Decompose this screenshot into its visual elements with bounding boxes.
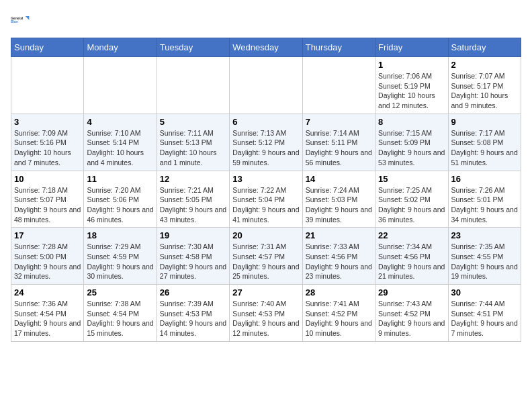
calendar-cell: 29Sunrise: 7:43 AM Sunset: 4:52 PM Dayli… <box>375 285 448 342</box>
day-info: Sunrise: 7:36 AM Sunset: 4:54 PM Dayligh… <box>14 299 81 338</box>
calendar-cell: 23Sunrise: 7:35 AM Sunset: 4:55 PM Dayli… <box>448 228 521 285</box>
day-info: Sunrise: 7:41 AM Sunset: 4:52 PM Dayligh… <box>306 299 372 338</box>
calendar-cell: 6Sunrise: 7:13 AM Sunset: 5:12 PM Daylig… <box>230 113 302 171</box>
day-number: 26 <box>160 287 226 298</box>
calendar-cell: 18Sunrise: 7:29 AM Sunset: 4:59 PM Dayli… <box>84 228 157 285</box>
day-number: 10 <box>14 174 81 184</box>
page-header: GeneralBlue <box>11 11 521 30</box>
calendar-cell: 8Sunrise: 7:15 AM Sunset: 5:09 PM Daylig… <box>375 113 448 171</box>
day-info: Sunrise: 7:15 AM Sunset: 5:09 PM Dayligh… <box>378 128 445 168</box>
day-info: Sunrise: 7:44 AM Sunset: 4:51 PM Dayligh… <box>451 299 518 338</box>
day-number: 30 <box>451 287 518 298</box>
day-number: 3 <box>14 117 81 127</box>
day-info: Sunrise: 7:25 AM Sunset: 5:02 PM Dayligh… <box>378 185 445 225</box>
day-info: Sunrise: 7:11 AM Sunset: 5:13 PM Dayligh… <box>160 128 226 168</box>
calendar-cell <box>11 57 84 114</box>
weekday-header-thursday: Thursday <box>302 38 375 57</box>
weekday-header-friday: Friday <box>375 38 448 57</box>
calendar-week-2: 3Sunrise: 7:09 AM Sunset: 5:16 PM Daylig… <box>11 113 521 171</box>
calendar-cell: 13Sunrise: 7:22 AM Sunset: 5:04 PM Dayli… <box>230 171 302 228</box>
day-number: 5 <box>160 117 226 127</box>
day-number: 15 <box>378 174 445 184</box>
calendar-cell: 28Sunrise: 7:41 AM Sunset: 4:52 PM Dayli… <box>302 285 375 342</box>
day-number: 27 <box>232 287 299 298</box>
calendar-week-1: 1Sunrise: 7:06 AM Sunset: 5:19 PM Daylig… <box>11 57 521 114</box>
calendar-week-4: 17Sunrise: 7:28 AM Sunset: 5:00 PM Dayli… <box>11 228 521 285</box>
calendar-cell: 10Sunrise: 7:18 AM Sunset: 5:07 PM Dayli… <box>11 171 84 228</box>
calendar-cell: 26Sunrise: 7:39 AM Sunset: 4:53 PM Dayli… <box>157 285 229 342</box>
day-number: 7 <box>306 117 372 127</box>
calendar-cell <box>84 57 157 114</box>
day-info: Sunrise: 7:43 AM Sunset: 4:52 PM Dayligh… <box>378 299 445 338</box>
calendar-cell: 19Sunrise: 7:30 AM Sunset: 4:58 PM Dayli… <box>157 228 229 285</box>
calendar-cell: 21Sunrise: 7:33 AM Sunset: 4:56 PM Dayli… <box>302 228 375 285</box>
day-info: Sunrise: 7:21 AM Sunset: 5:05 PM Dayligh… <box>160 185 226 225</box>
day-info: Sunrise: 7:33 AM Sunset: 4:56 PM Dayligh… <box>306 242 372 281</box>
day-info: Sunrise: 7:39 AM Sunset: 4:53 PM Dayligh… <box>160 299 226 338</box>
svg-text:Blue: Blue <box>11 20 18 24</box>
day-number: 24 <box>14 287 81 298</box>
calendar-cell: 3Sunrise: 7:09 AM Sunset: 5:16 PM Daylig… <box>11 113 84 171</box>
calendar-cell: 4Sunrise: 7:10 AM Sunset: 5:14 PM Daylig… <box>84 113 157 171</box>
calendar-cell <box>230 57 302 114</box>
day-info: Sunrise: 7:34 AM Sunset: 4:56 PM Dayligh… <box>378 242 445 281</box>
day-info: Sunrise: 7:24 AM Sunset: 5:03 PM Dayligh… <box>306 185 372 225</box>
day-info: Sunrise: 7:29 AM Sunset: 4:59 PM Dayligh… <box>87 242 153 281</box>
calendar-cell: 22Sunrise: 7:34 AM Sunset: 4:56 PM Dayli… <box>375 228 448 285</box>
day-info: Sunrise: 7:22 AM Sunset: 5:04 PM Dayligh… <box>232 185 299 225</box>
calendar-cell: 17Sunrise: 7:28 AM Sunset: 5:00 PM Dayli… <box>11 228 84 285</box>
day-info: Sunrise: 7:09 AM Sunset: 5:16 PM Dayligh… <box>14 128 81 168</box>
weekday-header-wednesday: Wednesday <box>230 38 302 57</box>
calendar-cell: 1Sunrise: 7:06 AM Sunset: 5:19 PM Daylig… <box>375 57 448 114</box>
calendar-cell: 25Sunrise: 7:38 AM Sunset: 4:54 PM Dayli… <box>84 285 157 342</box>
day-info: Sunrise: 7:38 AM Sunset: 4:54 PM Dayligh… <box>87 299 153 338</box>
day-info: Sunrise: 7:07 AM Sunset: 5:17 PM Dayligh… <box>451 71 518 111</box>
day-info: Sunrise: 7:17 AM Sunset: 5:08 PM Dayligh… <box>451 128 518 168</box>
day-number: 19 <box>160 230 226 240</box>
day-info: Sunrise: 7:13 AM Sunset: 5:12 PM Dayligh… <box>232 128 299 168</box>
calendar-body: 1Sunrise: 7:06 AM Sunset: 5:19 PM Daylig… <box>11 57 521 342</box>
calendar-cell: 30Sunrise: 7:44 AM Sunset: 4:51 PM Dayli… <box>448 285 521 342</box>
day-number: 2 <box>451 60 518 70</box>
calendar-cell: 16Sunrise: 7:26 AM Sunset: 5:01 PM Dayli… <box>448 171 521 228</box>
weekday-header-row: SundayMondayTuesdayWednesdayThursdayFrid… <box>11 38 521 57</box>
calendar-cell: 2Sunrise: 7:07 AM Sunset: 5:17 PM Daylig… <box>448 57 521 114</box>
day-info: Sunrise: 7:10 AM Sunset: 5:14 PM Dayligh… <box>87 128 153 168</box>
day-number: 28 <box>306 287 372 298</box>
day-number: 6 <box>232 117 299 127</box>
weekday-header-monday: Monday <box>84 38 157 57</box>
day-number: 12 <box>160 174 226 184</box>
day-info: Sunrise: 7:30 AM Sunset: 4:58 PM Dayligh… <box>160 242 226 281</box>
day-info: Sunrise: 7:06 AM Sunset: 5:19 PM Dayligh… <box>378 71 445 111</box>
day-info: Sunrise: 7:40 AM Sunset: 4:53 PM Dayligh… <box>232 299 299 338</box>
day-number: 16 <box>451 174 518 184</box>
calendar-table: SundayMondayTuesdayWednesdayThursdayFrid… <box>11 38 521 342</box>
weekday-header-tuesday: Tuesday <box>157 38 229 57</box>
calendar-cell: 11Sunrise: 7:20 AM Sunset: 5:06 PM Dayli… <box>84 171 157 228</box>
weekday-header-saturday: Saturday <box>448 38 521 57</box>
calendar-week-3: 10Sunrise: 7:18 AM Sunset: 5:07 PM Dayli… <box>11 171 521 228</box>
calendar-cell: 20Sunrise: 7:31 AM Sunset: 4:57 PM Dayli… <box>230 228 302 285</box>
calendar-cell: 27Sunrise: 7:40 AM Sunset: 4:53 PM Dayli… <box>230 285 302 342</box>
calendar-cell <box>157 57 229 114</box>
day-number: 14 <box>306 174 372 184</box>
day-number: 8 <box>378 117 445 127</box>
day-number: 23 <box>451 230 518 240</box>
day-number: 1 <box>378 60 445 70</box>
day-number: 20 <box>232 230 299 240</box>
day-number: 13 <box>232 174 299 184</box>
day-number: 17 <box>14 230 81 240</box>
day-number: 18 <box>87 230 153 240</box>
logo: GeneralBlue <box>11 11 30 30</box>
calendar-cell: 9Sunrise: 7:17 AM Sunset: 5:08 PM Daylig… <box>448 113 521 171</box>
day-number: 4 <box>87 117 153 127</box>
calendar-cell <box>302 57 375 114</box>
calendar-cell: 7Sunrise: 7:14 AM Sunset: 5:11 PM Daylig… <box>302 113 375 171</box>
calendar-cell: 12Sunrise: 7:21 AM Sunset: 5:05 PM Dayli… <box>157 171 229 228</box>
day-number: 21 <box>306 230 372 240</box>
day-info: Sunrise: 7:14 AM Sunset: 5:11 PM Dayligh… <box>306 128 372 168</box>
day-number: 11 <box>87 174 153 184</box>
calendar-week-5: 24Sunrise: 7:36 AM Sunset: 4:54 PM Dayli… <box>11 285 521 342</box>
weekday-header-sunday: Sunday <box>11 38 84 57</box>
calendar-cell: 15Sunrise: 7:25 AM Sunset: 5:02 PM Dayli… <box>375 171 448 228</box>
